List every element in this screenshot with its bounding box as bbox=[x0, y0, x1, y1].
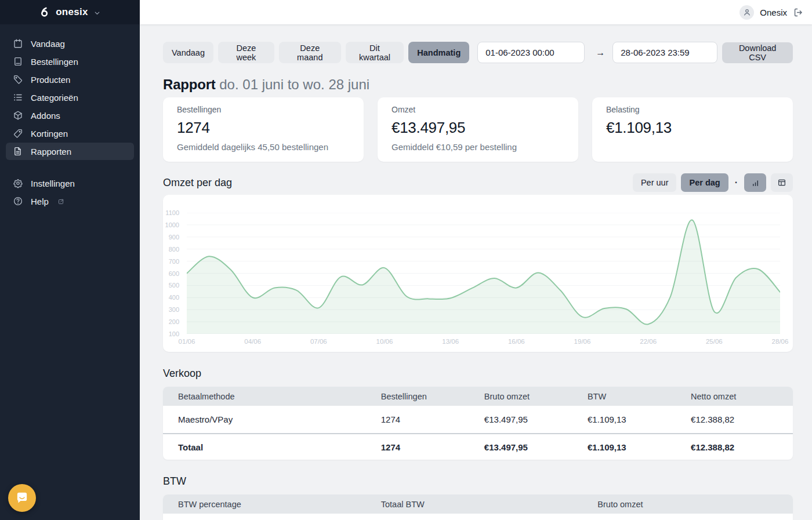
cell-totaal-bruto-omzet: €13.497,95 bbox=[484, 434, 588, 460]
brand-name: onesix bbox=[56, 6, 88, 18]
cell-totaal-label: Totaal bbox=[163, 434, 381, 460]
date-to-input[interactable] bbox=[612, 42, 717, 63]
table-icon bbox=[777, 178, 786, 187]
preset-dit-kwartaal-button[interactable]: Dit kwartaal bbox=[346, 42, 404, 63]
brand-menu[interactable]: onesix bbox=[0, 0, 140, 24]
topbar: Onesix bbox=[140, 0, 812, 24]
per-dag-button[interactable]: Per dag bbox=[681, 173, 728, 192]
x-axis-tick-label: 13/06 bbox=[442, 338, 459, 345]
cell-totaal-netto-omzet: €12.388,82 bbox=[691, 434, 793, 460]
x-axis-tick-label: 01/06 bbox=[179, 338, 195, 345]
preset-deze-week-button[interactable]: Deze week bbox=[218, 42, 274, 63]
chart-x-axis: 01/0604/0607/0610/0613/0616/0619/0622/06… bbox=[187, 338, 780, 346]
sidebar-item-kortingen[interactable]: Kortingen bbox=[6, 125, 134, 142]
y-axis-tick-label: 600 bbox=[163, 271, 179, 277]
help-icon bbox=[13, 196, 23, 206]
verkoop-header-row: Betaalmethode Bestellingen Bruto omzet B… bbox=[163, 387, 793, 406]
y-axis-tick-label: 300 bbox=[163, 307, 179, 312]
column-header: Bruto omzet bbox=[597, 494, 793, 514]
report-date-range: do. 01 juni to wo. 28 juni bbox=[219, 77, 369, 92]
list-icon bbox=[13, 92, 23, 103]
stat-card-bestellingen: Bestellingen 1274 Gemiddeld dagelijks 45… bbox=[163, 97, 364, 162]
stat-value: 1274 bbox=[177, 119, 350, 136]
sidebar-item-instellingen[interactable]: Instellingen bbox=[6, 174, 134, 192]
y-axis-tick-label: 500 bbox=[163, 282, 179, 288]
sidebar-item-label: Instellingen bbox=[31, 179, 75, 188]
chat-launcher-button[interactable] bbox=[8, 484, 36, 512]
column-header: Bestellingen bbox=[381, 387, 484, 406]
stat-label: Omzet bbox=[392, 105, 564, 114]
sidebar-item-help[interactable]: Help bbox=[6, 192, 134, 210]
filter-row: Vandaag Deze week Deze maand Dit kwartaa… bbox=[163, 42, 793, 63]
x-axis-tick-label: 10/06 bbox=[376, 338, 393, 345]
nav-divider-gap bbox=[0, 161, 140, 174]
stat-card-belasting: Belasting €1.109,13 bbox=[592, 97, 793, 162]
y-axis-tick-label: 900 bbox=[163, 234, 179, 240]
external-link-icon bbox=[57, 198, 64, 205]
per-uur-button[interactable]: Per uur bbox=[633, 173, 677, 192]
bar-chart-icon bbox=[751, 179, 760, 187]
sidebar-item-rapporten[interactable]: Rapporten bbox=[6, 143, 134, 160]
brand-logo-icon bbox=[39, 6, 50, 18]
sidebar-item-label: Vandaag bbox=[31, 39, 65, 49]
user-name: Onesix bbox=[760, 8, 787, 17]
y-axis-tick-label: 400 bbox=[163, 294, 179, 300]
y-axis-tick-label: 100 bbox=[163, 331, 179, 337]
verkoop-table: Betaalmethode Bestellingen Bruto omzet B… bbox=[163, 387, 793, 460]
stat-card-omzet: Omzet €13.497,95 Gemiddeld €10,59 per be… bbox=[378, 97, 578, 162]
cell-btw: €1.109,13 bbox=[588, 406, 691, 434]
y-axis-tick-label: 800 bbox=[163, 246, 179, 252]
cell-betaalmethode: Maestro/VPay bbox=[163, 406, 381, 434]
sidebar-item-label: Help bbox=[31, 197, 49, 206]
x-axis-tick-label: 04/06 bbox=[244, 338, 261, 345]
chat-bubble-icon bbox=[14, 490, 30, 506]
sidebar-item-label: Rapporten bbox=[31, 147, 71, 157]
btw-table: BTW percentage Totaal BTW Bruto omzet bbox=[163, 494, 793, 520]
download-csv-button[interactable]: Download CSV bbox=[722, 42, 793, 63]
stat-value: €13.497,95 bbox=[392, 119, 564, 136]
box-icon bbox=[13, 110, 23, 121]
column-header: Bruto omzet bbox=[484, 387, 588, 406]
x-axis-tick-label: 19/06 bbox=[574, 338, 591, 345]
x-axis-tick-label: 16/06 bbox=[508, 338, 525, 345]
chart-y-axis: 11001000900800700600500400300200100 bbox=[163, 213, 183, 334]
date-from-input[interactable] bbox=[477, 42, 585, 63]
preset-handmatig-button[interactable]: Handmatig bbox=[408, 42, 469, 63]
verkoop-heading: Verkoop bbox=[163, 368, 793, 380]
chart-controls: Per uur Per dag · bbox=[633, 173, 793, 192]
stat-subtitle: Gemiddeld €10,59 per bestelling bbox=[392, 142, 564, 152]
arrow-right-icon: → bbox=[596, 48, 605, 58]
page-title: Rapport do. 01 juni to wo. 28 juni bbox=[163, 76, 793, 93]
preset-deze-maand-button[interactable]: Deze maand bbox=[279, 42, 341, 63]
table-row-maestro-vpay: Maestro/VPay 1274 €13.497,95 €1.109,13 €… bbox=[163, 406, 793, 434]
avatar[interactable] bbox=[740, 5, 754, 20]
sidebar-item-label: Bestellingen bbox=[31, 57, 78, 67]
x-axis-tick-label: 25/06 bbox=[706, 338, 723, 345]
sidebar-item-label: Addons bbox=[31, 111, 60, 121]
sidebar-item-label: Producten bbox=[31, 75, 70, 85]
sidebar-item-producten[interactable]: Producten bbox=[6, 71, 134, 88]
sidebar-item-label: Categorieën bbox=[31, 93, 78, 103]
btw-table-body-clipped bbox=[163, 514, 793, 520]
sidebar-item-vandaag[interactable]: Vandaag bbox=[6, 35, 134, 52]
column-header: BTW percentage bbox=[163, 494, 381, 514]
table-view-button[interactable] bbox=[771, 173, 793, 192]
preset-vandaag-button[interactable]: Vandaag bbox=[163, 42, 213, 63]
main-area: Onesix Vandaag Deze week Deze maand Dit … bbox=[140, 0, 812, 520]
column-header: Totaal BTW bbox=[381, 494, 598, 514]
chart-section-title: Omzet per dag bbox=[163, 177, 232, 189]
revenue-chart-plot[interactable] bbox=[187, 213, 780, 334]
sidebar-item-categorieen[interactable]: Categorieën bbox=[6, 89, 134, 106]
chart-view-button[interactable] bbox=[744, 173, 766, 192]
cell-netto-omzet: €12.388,82 bbox=[691, 406, 793, 434]
sidebar-item-bestellingen[interactable]: Bestellingen bbox=[6, 53, 134, 70]
btw-header-row: BTW percentage Totaal BTW Bruto omzet bbox=[163, 494, 793, 514]
x-axis-tick-label: 28/06 bbox=[772, 338, 789, 345]
logout-icon[interactable] bbox=[793, 7, 804, 18]
dot-separator: · bbox=[735, 177, 738, 188]
sidebar-item-addons[interactable]: Addons bbox=[6, 107, 134, 124]
column-header: Betaalmethode bbox=[163, 387, 381, 406]
content: Vandaag Deze week Deze maand Dit kwartaa… bbox=[140, 24, 812, 520]
document-icon bbox=[13, 146, 23, 157]
btw-heading: BTW bbox=[163, 475, 793, 488]
